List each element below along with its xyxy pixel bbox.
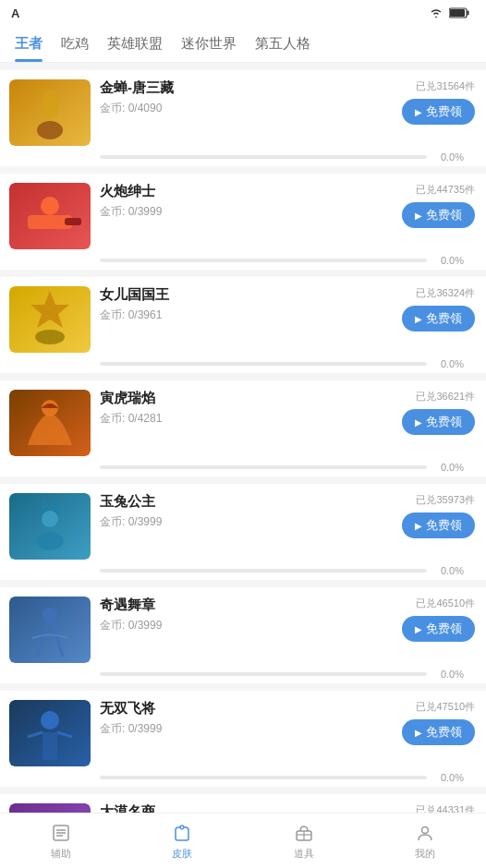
skin-coins-6: 金币: 0/3999 (100, 618, 392, 633)
nav-pifu[interactable]: 皮肤 (122, 814, 244, 868)
nav-fuzhu-label: 辅助 (51, 847, 71, 861)
status-left: A (11, 6, 19, 20)
skin-count-5: 已兑35973件 (416, 493, 475, 507)
skin-coins-5: 金币: 0/3999 (100, 514, 392, 530)
skin-coins-4: 金币: 0/4281 (100, 411, 392, 427)
skin-body-1: 金蝉-唐三藏金币: 0/4090已兑31564件免费领 (9, 79, 475, 146)
progress-section-3: 0.0% (9, 353, 475, 373)
progress-bar-4 (100, 465, 427, 469)
progress-pct-4: 0.0% (434, 462, 464, 473)
nav-fuzhu[interactable]: 辅助 (0, 814, 122, 868)
tab-chiji[interactable]: 吃鸡 (61, 26, 89, 62)
skin-action-6: 已兑46510件免费领 (401, 597, 475, 642)
skin-coins-1: 金币: 0/4090 (100, 101, 392, 116)
skin-name-4: 寅虎瑞焰 (100, 390, 392, 407)
skin-coins-2: 金币: 0/3999 (100, 204, 392, 220)
svg-point-20 (36, 532, 64, 550)
skin-info-2: 火炮绅士金币: 0/3999 (91, 183, 401, 225)
skin-thumbnail-1 (9, 79, 91, 146)
free-claim-button-1[interactable]: 免费领 (402, 99, 475, 125)
skin-item-7: 无双飞将金币: 0/3999已兑47510件免费领0.0% (0, 691, 486, 787)
svg-point-9 (41, 197, 59, 215)
free-claim-button-7[interactable]: 免费领 (402, 719, 475, 745)
skin-name-1: 金蝉-唐三藏 (100, 79, 392, 97)
free-claim-button-4[interactable]: 免费领 (402, 409, 475, 435)
progress-pct-3: 0.0% (434, 358, 464, 369)
skin-action-5: 已兑35973件免费领 (401, 493, 475, 538)
skin-body-6: 奇遇舞章金币: 0/3999已兑46510件免费领 (9, 597, 475, 663)
progress-section-7: 0.0% (9, 766, 475, 787)
skin-info-4: 寅虎瑞焰金币: 0/4281 (91, 390, 401, 432)
fuzhu-icon (50, 822, 72, 844)
progress-pct-5: 0.0% (434, 565, 464, 576)
app-icon: A (11, 6, 19, 20)
daoju-icon (293, 822, 315, 844)
skin-body-2: 火炮绅士金币: 0/3999已兑44735件免费领 (9, 183, 475, 249)
skin-thumbnail-3 (9, 286, 91, 353)
pifu-icon (171, 822, 193, 844)
wode-icon (414, 822, 436, 844)
skin-coins-3: 金币: 0/3961 (100, 307, 392, 323)
skin-body-5: 玉兔公主金币: 0/3999已兑35973件免费领 (9, 493, 475, 560)
skin-count-1: 已兑31564件 (416, 79, 475, 93)
svg-point-19 (42, 511, 58, 527)
svg-point-5 (37, 121, 63, 139)
progress-section-2: 0.0% (9, 249, 475, 270)
nav-wode-label: 我的 (415, 847, 435, 861)
skin-body-3: 女儿国国王金币: 0/3961已兑36324件免费领 (9, 286, 475, 353)
skin-count-3: 已兑36324件 (416, 286, 475, 300)
wifi-icon (429, 7, 443, 18)
svg-rect-1 (450, 9, 465, 17)
tab-yxlm[interactable]: 英雄联盟 (107, 26, 163, 62)
skin-thumbnail-2 (9, 183, 91, 249)
progress-pct-7: 0.0% (434, 772, 464, 783)
skin-body-7: 无双飞将金币: 0/3999已兑47510件免费领 (9, 700, 475, 766)
skin-thumbnail-6 (9, 597, 91, 663)
skin-action-2: 已兑44735件免费领 (401, 183, 475, 228)
skin-item-5: 玉兔公主金币: 0/3999已兑35973件免费领0.0% (0, 484, 486, 580)
nav-pifu-label: 皮肤 (172, 847, 192, 861)
skin-info-3: 女儿国国王金币: 0/3961 (91, 286, 401, 329)
progress-section-1: 0.0% (9, 146, 475, 166)
progress-bar-5 (100, 569, 427, 573)
svg-rect-10 (65, 218, 81, 225)
skin-item-3: 女儿国国王金币: 0/3961已兑36324件免费领0.0% (0, 277, 486, 373)
skin-coins-7: 金币: 0/3999 (100, 721, 392, 737)
skin-item-4: 寅虎瑞焰金币: 0/4281已兑36621件免费领0.0% (0, 380, 486, 476)
svg-point-22 (43, 608, 57, 622)
tab-mnjsj[interactable]: 迷你世界 (181, 26, 237, 62)
progress-section-5: 0.0% (9, 560, 475, 580)
progress-pct-6: 0.0% (434, 669, 464, 680)
nav-wode[interactable]: 我的 (365, 814, 487, 868)
status-right (429, 7, 475, 18)
skin-count-7: 已兑47510件 (416, 700, 475, 714)
progress-pct-1: 0.0% (434, 151, 464, 163)
tab-wangzhe[interactable]: 王者 (15, 26, 43, 62)
svg-rect-2 (468, 11, 469, 16)
skin-count-6: 已兑46510件 (416, 597, 475, 610)
free-claim-button-3[interactable]: 免费领 (402, 306, 475, 332)
skin-thumbnail-4 (9, 390, 91, 456)
skin-item-6: 奇遇舞章金币: 0/3999已兑46510件免费领0.0% (0, 587, 486, 683)
free-claim-button-2[interactable]: 免费领 (402, 202, 475, 228)
skin-name-2: 火炮绅士 (100, 183, 392, 200)
tab-dwrg[interactable]: 第五人格 (255, 26, 310, 62)
skin-name-6: 奇遇舞章 (100, 597, 392, 614)
nav-daoju-label: 道具 (294, 847, 314, 861)
free-claim-button-5[interactable]: 免费领 (402, 512, 475, 538)
skin-action-7: 已兑47510件免费领 (401, 700, 475, 745)
skin-name-5: 玉兔公主 (100, 493, 392, 511)
progress-section-4: 0.0% (9, 456, 475, 476)
free-claim-button-6[interactable]: 免费领 (402, 616, 475, 642)
nav-daoju[interactable]: 道具 (243, 814, 365, 868)
skin-info-6: 奇遇舞章金币: 0/3999 (91, 597, 401, 639)
progress-bar-6 (100, 672, 427, 676)
skin-item-2: 火炮绅士金币: 0/3999已兑44735件免费领0.0% (0, 174, 486, 270)
skin-name-3: 女儿国国王 (100, 286, 392, 304)
skin-item-1: 金蝉-唐三藏金币: 0/4090已兑31564件免费领0.0% (0, 70, 486, 166)
svg-point-6 (43, 90, 57, 105)
progress-pct-2: 0.0% (434, 255, 464, 266)
skin-count-2: 已兑44735件 (416, 183, 475, 197)
progress-bar-1 (100, 155, 427, 159)
battery-icon (449, 7, 469, 18)
